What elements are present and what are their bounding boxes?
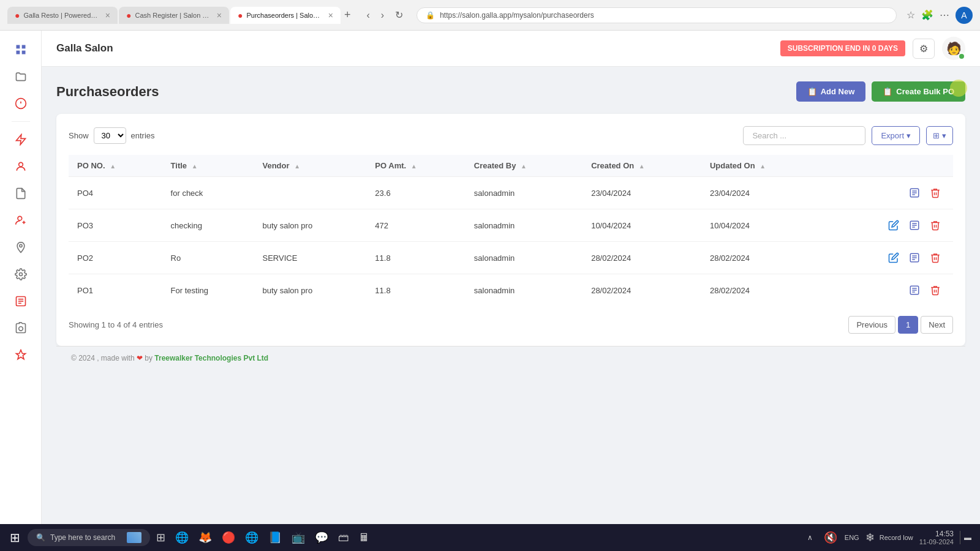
view-icon[interactable] — [905, 184, 924, 202]
tab-cash-register[interactable]: ● Cash Register | Salon & Spa Man... × — [119, 7, 229, 24]
settings-button[interactable]: ⚙ — [913, 39, 935, 59]
taskbar-files-icon[interactable]: 🗃 — [334, 529, 353, 547]
cell-created-on: 10/04/2024 — [582, 209, 701, 242]
export-chevron-icon: ▾ — [907, 131, 911, 140]
svg-point-9 — [18, 216, 22, 220]
avatar[interactable]: 🧑 — [942, 37, 965, 60]
grid-view-button[interactable]: ⊞ ▾ — [926, 126, 953, 145]
footer-company-link[interactable]: Treewalker Technologies Pvt Ltd — [154, 354, 268, 362]
tab-close-3[interactable]: × — [328, 10, 333, 20]
col-header-vendor[interactable]: Vendor ▲ — [254, 155, 366, 177]
edit-icon[interactable] — [884, 216, 903, 234]
create-bulk-label: Create Bulk PO — [896, 87, 954, 96]
profile-icon[interactable]: A — [956, 7, 973, 24]
taskbar-calculator-icon[interactable]: 🖩 — [355, 529, 374, 547]
col-header-created-on[interactable]: Created On ▲ — [582, 155, 701, 177]
taskbar-clock[interactable]: 14:53 11-09-2024 — [919, 530, 954, 545]
next-button[interactable]: Next — [921, 316, 953, 334]
taskbar-search[interactable]: 🔍 Type here to search — [28, 529, 150, 546]
sidebar-item-zap[interactable] — [9, 128, 32, 151]
add-new-icon: 📋 — [807, 87, 817, 96]
sort-icon-created-by: ▲ — [521, 163, 527, 170]
taskbar-skype-icon[interactable]: 💬 — [311, 528, 332, 547]
col-header-title[interactable]: Title ▲ — [162, 155, 254, 177]
sidebar-item-dashboard[interactable] — [9, 38, 32, 61]
app-header: Galla Salon SUBSCRIPTION END IN 0 DAYS ⚙… — [42, 31, 980, 67]
cell-created-on: 23/04/2024 — [582, 177, 701, 209]
forward-button[interactable]: › — [377, 7, 388, 23]
entries-select[interactable]: 30 10 25 50 — [94, 127, 126, 144]
show-desktop-button[interactable]: ▬ — [960, 531, 975, 544]
search-taskbar-icon: 🔍 — [36, 533, 45, 542]
star-icon[interactable]: ☆ — [907, 9, 915, 21]
tab-purchaseorders[interactable]: ● Purchaseorders | Salon & Spa Ma... × — [230, 7, 341, 24]
export-button[interactable]: Export ▾ — [872, 126, 920, 145]
col-header-updated-on[interactable]: Updated On ▲ — [701, 155, 824, 177]
taskbar-chrome-icon[interactable]: 🌐 — [241, 528, 262, 547]
sidebar-item-settings[interactable] — [9, 263, 32, 286]
address-bar[interactable]: 🔒 https://salon.galla.app/mysalon/purcha… — [417, 7, 897, 23]
sidebar-divider-1 — [12, 121, 30, 122]
refresh-button[interactable]: ↻ — [391, 7, 407, 23]
sidebar-item-folder[interactable] — [9, 65, 32, 88]
tab-close-1[interactable]: × — [105, 10, 110, 20]
delete-icon[interactable] — [926, 184, 944, 202]
lock-icon: 🔒 — [426, 11, 435, 20]
taskbar-youtube-icon[interactable]: 📺 — [288, 528, 309, 547]
previous-button[interactable]: Previous — [848, 316, 895, 334]
cell-title: for check — [162, 177, 254, 209]
delete-icon[interactable] — [926, 281, 944, 299]
menu-icon[interactable]: ⋯ — [940, 9, 949, 21]
extension-icon[interactable]: 🧩 — [921, 9, 933, 21]
sidebar-item-user-add[interactable] — [9, 209, 32, 232]
col-header-created-by[interactable]: Created By ▲ — [466, 155, 582, 177]
browser-chrome: ● Galla Resto | Powered by Galla × ● Cas… — [0, 0, 980, 31]
search-input[interactable] — [743, 126, 865, 145]
taskbar-grid-icon[interactable]: ⊞ — [153, 528, 169, 547]
taskbar-show-hidden-icon[interactable]: ∧ — [804, 531, 816, 544]
cell-created-by: salonadmin — [466, 242, 582, 274]
delete-icon[interactable] — [926, 216, 944, 234]
cell-created-on: 28/02/2024 — [582, 242, 701, 274]
new-tab-button[interactable]: + — [342, 6, 353, 24]
sidebar-item-report[interactable] — [9, 290, 32, 313]
taskbar-edge-icon[interactable]: 🌐 — [172, 528, 192, 547]
view-icon[interactable] — [905, 216, 924, 234]
create-bulk-po-button[interactable]: 📋 Create Bulk PO — [872, 81, 965, 102]
sidebar-item-camera[interactable] — [9, 317, 32, 340]
delete-icon[interactable] — [926, 249, 944, 267]
svg-point-8 — [18, 162, 23, 167]
start-button[interactable]: ⊞ — [5, 528, 25, 547]
tab-galla-resto[interactable]: ● Galla Resto | Powered by Galla × — [7, 7, 118, 24]
sort-icon-title: ▲ — [192, 163, 198, 170]
view-icon[interactable] — [905, 281, 924, 299]
sidebar-item-report2[interactable] — [9, 343, 32, 367]
sidebar-item-location[interactable] — [9, 236, 32, 259]
view-icon[interactable] — [905, 249, 924, 267]
sidebar-item-file[interactable] — [9, 182, 32, 205]
tab-close-2[interactable]: × — [217, 10, 222, 20]
sidebar-item-alert[interactable] — [9, 92, 32, 115]
cell-vendor — [254, 177, 366, 209]
volume-icon[interactable]: 🔇 — [820, 528, 841, 547]
add-new-button[interactable]: 📋 Add New — [796, 81, 866, 102]
pagination: Previous 1 Next — [848, 316, 953, 334]
edit-icon[interactable] — [884, 249, 903, 267]
sidebar-item-user[interactable] — [9, 155, 32, 178]
taskbar-right: ∧ 🔇 ENG ❄ Record low 14:53 11-09-2024 ▬ — [804, 528, 975, 547]
taskbar-firefox-icon[interactable]: 🦊 — [195, 528, 216, 547]
cell-created-on: 28/02/2024 — [582, 274, 701, 307]
taskbar-opera-icon[interactable]: 🔴 — [218, 528, 239, 547]
col-header-po-no[interactable]: PO NO. ▲ — [69, 155, 162, 177]
cell-created-by: salonadmin — [466, 274, 582, 307]
page-1-button[interactable]: 1 — [898, 316, 918, 334]
cell-updated-on: 23/04/2024 — [701, 177, 824, 209]
svg-point-13 — [19, 273, 22, 276]
taskbar-facebook-icon[interactable]: 📘 — [265, 528, 285, 547]
col-header-po-amt[interactable]: PO Amt. ▲ — [366, 155, 465, 177]
cell-po-no: PO3 — [69, 209, 162, 242]
cell-vendor: SERVICE — [254, 242, 366, 274]
url-text: https://salon.galla.app/mysalon/purchase… — [440, 11, 594, 20]
subscription-badge[interactable]: SUBSCRIPTION END IN 0 DAYS — [780, 40, 905, 56]
back-button[interactable]: ‹ — [363, 7, 374, 23]
